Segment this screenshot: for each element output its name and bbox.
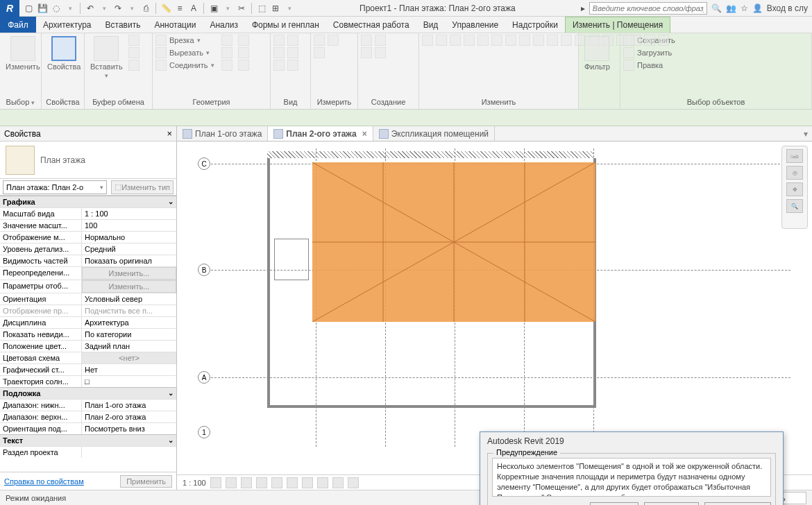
property-value[interactable]: <нет> <box>82 352 176 363</box>
md2-icon[interactable] <box>436 35 447 46</box>
text-icon[interactable]: A <box>187 2 200 15</box>
user-icon[interactable]: 👤 <box>752 3 763 13</box>
sun-path-icon[interactable] <box>241 477 252 488</box>
tab-modify-rooms[interactable]: Изменить | Помещения <box>565 17 670 33</box>
property-value[interactable]: Изменить... <box>82 280 176 293</box>
comm-icon[interactable]: 👥 <box>726 3 736 13</box>
property-row[interactable]: Масштаб вида1 : 100 <box>0 207 176 219</box>
drawing-canvas[interactable]: C B A 1 <box>177 142 812 474</box>
dropdown-icon[interactable]: ▸ <box>581 3 585 13</box>
geom5-button[interactable] <box>238 47 249 58</box>
expand-button[interactable]: Развернуть >> <box>704 502 771 505</box>
m1-icon[interactable] <box>314 35 325 46</box>
md1-icon[interactable] <box>422 35 433 46</box>
property-row[interactable]: Переопределени...Изменить... <box>0 266 176 280</box>
edit-selection-button[interactable]: Правка <box>623 60 675 71</box>
hide-icon[interactable] <box>302 477 313 488</box>
property-value[interactable]: Подчистить все п... <box>82 305 176 316</box>
md17-icon[interactable] <box>644 35 655 46</box>
geom1-button[interactable] <box>221 35 232 46</box>
nav-zoom-icon[interactable]: 🔍 <box>786 199 803 213</box>
property-row[interactable]: Показать невиди...По категории <box>0 328 176 340</box>
md6-icon[interactable] <box>491 35 502 46</box>
md7-icon[interactable] <box>505 35 516 46</box>
sync-icon[interactable]: ◌ <box>50 2 62 15</box>
crop-icon[interactable] <box>271 477 282 488</box>
extra1-icon[interactable] <box>332 477 344 488</box>
property-value[interactable]: Изменить... <box>82 267 176 280</box>
property-value[interactable]: Показать оригинал <box>82 255 176 266</box>
md11-icon[interactable] <box>561 35 572 46</box>
tab-analyze[interactable]: Анализ <box>203 17 245 33</box>
login-link[interactable]: Вход в слу <box>767 3 808 13</box>
md4-icon[interactable] <box>464 35 475 46</box>
favorite-icon[interactable]: ☆ <box>741 3 748 13</box>
box-icon[interactable]: ▣ <box>208 2 220 15</box>
detail-level-icon[interactable] <box>210 477 221 488</box>
property-row[interactable]: Раздел проекта <box>0 446 176 458</box>
property-row[interactable]: Значение масшт...100 <box>0 219 176 231</box>
tab-massing[interactable]: Формы и генплан <box>245 17 326 33</box>
m2-icon[interactable] <box>314 47 325 58</box>
scale-label[interactable]: 1 : 100 <box>183 479 206 487</box>
close-tab-icon[interactable]: × <box>362 129 367 139</box>
geom2-button[interactable] <box>221 47 232 58</box>
tab-architecture[interactable]: Архитектура <box>36 17 99 33</box>
property-value[interactable]: Средний <box>82 243 176 255</box>
property-value[interactable]: По категории <box>82 329 176 340</box>
visual-style-icon[interactable] <box>226 477 237 488</box>
close-properties-icon[interactable]: × <box>167 128 172 139</box>
md9-icon[interactable] <box>533 35 544 46</box>
properties-button[interactable]: Свойства <box>44 35 83 72</box>
view4-icon[interactable] <box>287 35 298 46</box>
md8-icon[interactable] <box>519 35 530 46</box>
property-row[interactable]: Графический ст...Нет <box>0 363 176 375</box>
grid-bubble-c[interactable]: C <box>198 157 210 170</box>
extra2-icon[interactable] <box>348 477 359 488</box>
property-row[interactable]: Траектория солн...□ <box>0 375 176 387</box>
infocenter-icon[interactable]: 🔍 <box>711 3 722 13</box>
tab-annotate[interactable]: Аннотации <box>147 17 203 33</box>
save-icon[interactable]: 💾 <box>36 2 49 15</box>
tab-collaborate[interactable]: Совместная работа <box>326 17 416 33</box>
properties-selector[interactable]: План этажа: План 2-о▾ <box>3 180 107 194</box>
tab-manage[interactable]: Управление <box>445 17 505 33</box>
property-value[interactable]: Архитектура <box>82 317 176 328</box>
property-value[interactable]: Задний план <box>82 341 176 352</box>
group-graphics[interactable]: Графика⌄ <box>0 196 176 207</box>
search-input[interactable] <box>589 2 707 15</box>
cut-geom-button[interactable]: Вырезать ▾ <box>155 47 214 58</box>
show-button[interactable]: Показать <box>590 502 638 505</box>
geom3-button[interactable] <box>221 60 232 71</box>
section-icon[interactable]: ✂ <box>235 2 248 15</box>
property-value[interactable]: Условный север <box>82 293 176 305</box>
nav-2d-icon[interactable]: ⌂₂ᴅ <box>786 149 803 163</box>
view-tab[interactable]: План 1-ого этажа <box>177 126 268 141</box>
grid-bubble-a[interactable]: A <box>198 371 210 384</box>
property-value[interactable]: Нормально <box>82 232 176 243</box>
property-value[interactable]: 100 <box>82 220 176 231</box>
filter-button[interactable]: Фильтр <box>582 35 613 72</box>
join-button[interactable]: Соединить ▾ <box>155 60 214 71</box>
switch-icon[interactable]: ⬚ <box>255 2 268 15</box>
view-cube[interactable]: ⌂₂ᴅ ◎ ✥ 🔍 <box>781 146 808 229</box>
property-row[interactable]: Уровень детализ...Средний <box>0 243 176 255</box>
view-tab[interactable]: Экспликация помещений <box>373 126 495 141</box>
geom6-button[interactable] <box>238 60 249 71</box>
property-value[interactable]: План 1-ого этажа <box>82 400 176 411</box>
property-row[interactable]: Отображение пр...Подчистить все п... <box>0 305 176 316</box>
cope-button[interactable]: Врезка ▾ <box>155 35 214 46</box>
view5-icon[interactable] <box>287 47 298 58</box>
copy-button[interactable] <box>128 35 139 46</box>
property-value[interactable]: 1 : 100 <box>82 208 176 219</box>
tab-view[interactable]: Вид <box>416 17 446 33</box>
property-row[interactable]: Видимость частейПоказать оригинал <box>0 255 176 266</box>
property-row[interactable]: Диапазон: нижн...План 1-ого этажа <box>0 399 176 411</box>
nav-wheel-icon[interactable]: ◎ <box>786 166 803 180</box>
view6-icon[interactable] <box>287 60 298 71</box>
print-icon[interactable]: ⎙ <box>139 2 152 15</box>
view1-icon[interactable] <box>273 35 285 46</box>
tab-insert[interactable]: Вставить <box>99 17 148 33</box>
shadows-icon[interactable] <box>256 477 267 488</box>
property-row[interactable]: Диапазон: верхн...План 2-ого этажа <box>0 411 176 422</box>
